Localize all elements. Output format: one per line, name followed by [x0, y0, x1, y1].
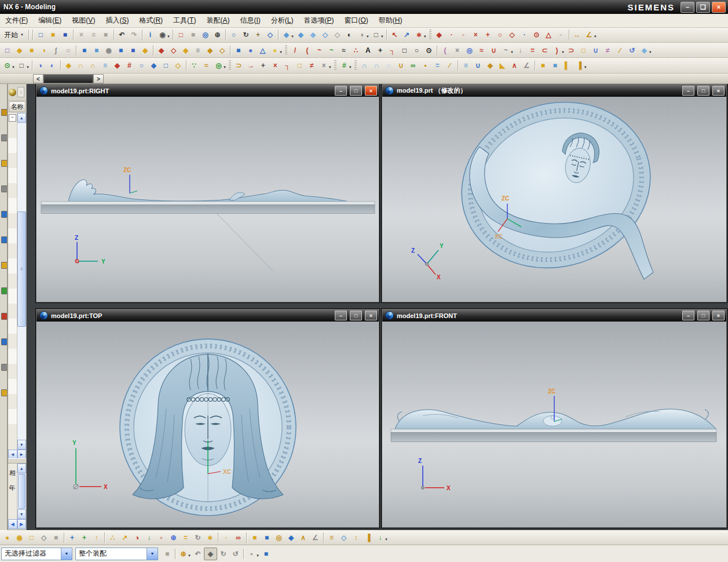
rotate-tool-icon[interactable]: ↻ — [217, 548, 229, 560]
selection-filter-dropdown[interactable]: 无选择过滤器 ▼ — [1, 548, 72, 560]
mini-scroll-down-button[interactable]: ▼ — [17, 509, 26, 519]
shaded-with-edges-icon[interactable]: ◆ — [307, 29, 319, 41]
transform-dropdown[interactable]: ▼ — [423, 35, 427, 38]
navigator-grip-handle[interactable]: ⁞ — [17, 87, 24, 97]
redo-icon[interactable]: ↷ — [128, 29, 140, 41]
navigator-name-column-header[interactable]: 名称 — [9, 101, 25, 112]
process-studio-tab[interactable] — [1, 287, 7, 294]
sphere-dropdown[interactable]: ▼ — [279, 50, 283, 54]
static-wireframe-icon[interactable]: ◇ — [331, 29, 343, 41]
x-form-dropdown[interactable]: ▼ — [349, 65, 352, 69]
text-curve-icon[interactable]: A — [362, 45, 374, 56]
menu-v[interactable]: 视图(V) — [67, 14, 100, 27]
assembly-constraints-icon[interactable]: = — [180, 532, 192, 543]
pocket-icon[interactable]: ■ — [115, 45, 127, 56]
interpart-expressions-icon[interactable]: ◆ — [285, 532, 297, 543]
bridge-curve-icon[interactable]: ∪ — [488, 45, 500, 56]
history-tab[interactable] — [1, 262, 7, 269]
zoom-region-icon[interactable]: ◎ — [199, 29, 211, 41]
variational-sweep-icon[interactable]: ∩ — [87, 60, 99, 71]
restore-button[interactable]: ❏ — [696, 2, 710, 13]
system-scenes-tab[interactable] — [1, 364, 7, 371]
save-file-icon[interactable]: ■ — [59, 29, 71, 41]
menu-e[interactable]: 编辑(E) — [33, 14, 67, 27]
hide-object-icon[interactable]: ■ — [187, 29, 199, 41]
menu-r[interactable]: 格式(R) — [134, 14, 168, 27]
fit-view-icon[interactable]: ○ — [228, 29, 240, 41]
assembly-cut-icon[interactable]: ∠ — [309, 532, 321, 543]
dock-scroll-right-button[interactable]: > — [93, 74, 104, 83]
orient-tool-icon[interactable]: ↺ — [229, 548, 242, 560]
viewport-maximize-button[interactable]: □ — [350, 311, 362, 320]
offset-emboss-icon[interactable]: ▌ — [561, 60, 573, 71]
sew-icon[interactable]: ∞ — [407, 60, 419, 71]
drag-component-icon[interactable]: ■ — [50, 532, 62, 543]
new-parent-icon[interactable]: ↑ — [90, 532, 103, 543]
enable-snap-point-icon[interactable]: ◆ — [433, 29, 445, 41]
edit-sheet-icon[interactable]: ∕ — [444, 60, 456, 71]
revolve-icon[interactable]: ◑ — [38, 45, 50, 56]
open-spine-icon[interactable]: ∪ — [472, 60, 484, 71]
viewport-minimize-button[interactable]: – — [682, 311, 694, 320]
suppress-component-icon[interactable]: ↓ — [143, 532, 155, 543]
offset-surface-icon[interactable]: ⊃ — [233, 60, 245, 71]
show-degrees-of-freedom-icon[interactable]: ↻ — [192, 532, 204, 543]
extension-surface-icon[interactable]: → — [245, 60, 257, 71]
offset-curve-in-face-icon[interactable]: ⊃ — [565, 45, 577, 56]
undo-selection-icon[interactable]: ↶ — [192, 548, 204, 560]
studio-render-icon[interactable]: ◐ — [343, 29, 356, 41]
sheet-from-point-cloud-icon[interactable]: ∵ — [188, 60, 200, 71]
soft-blend-icon[interactable]: ∩ — [383, 60, 395, 71]
intersection-curve-icon[interactable]: × — [451, 45, 463, 56]
through-curves-icon[interactable]: ◆ — [111, 60, 123, 71]
scroll-down-button[interactable]: ▼ — [17, 440, 26, 450]
mini-hscroll-right-button[interactable]: ► — [17, 519, 27, 529]
dock-scroll-left-button[interactable]: < — [33, 74, 43, 83]
manufacturing-wizards-tab[interactable] — [1, 313, 7, 320]
menu-o[interactable]: 窗口(O) — [339, 14, 373, 27]
ellipse-icon[interactable]: ⊙ — [423, 45, 435, 56]
offset-face-icon[interactable]: ◆ — [204, 45, 216, 56]
close-button[interactable]: × — [712, 2, 726, 13]
show-product-outline-icon[interactable]: ◇ — [38, 532, 50, 543]
relations-browser-icon[interactable]: ◎ — [273, 532, 285, 543]
law-extension-icon[interactable]: + — [257, 60, 269, 71]
style-sweep-icon[interactable]: ◆ — [484, 60, 496, 71]
dock-scroll-thumb[interactable] — [43, 74, 93, 83]
tree-expand-toggle[interactable]: − — [9, 114, 16, 122]
shaded-icon[interactable]: ◆ — [295, 29, 307, 41]
replace-component-icon[interactable]: ↗ — [119, 532, 131, 543]
more-curve-tools-dropdown[interactable]: ▼ — [649, 50, 652, 54]
shaded-analysis-icon[interactable]: ◑ — [34, 60, 46, 71]
arrangements-icon[interactable]: ◇ — [338, 532, 350, 543]
groove-icon[interactable]: ◆ — [139, 45, 151, 56]
face-blend-icon[interactable]: ∩ — [371, 60, 383, 71]
quilt-dropdown[interactable]: ▼ — [584, 65, 587, 69]
wave-pmi-linker-icon[interactable]: ■ — [261, 532, 273, 543]
viewport-iso-canvas[interactable]: ZC XC Z Y X — [382, 97, 726, 302]
edit-suppression-icon[interactable]: ▫ — [155, 532, 167, 543]
assembly-sequence-icon[interactable]: ≡ — [325, 532, 338, 543]
viewport-close-button[interactable]: × — [365, 311, 377, 320]
dependencies-label[interactable]: 相 — [9, 469, 16, 476]
snap-point-on-curve-icon[interactable]: ⊙ — [531, 29, 543, 41]
add-component-icon[interactable]: + — [66, 532, 78, 543]
thicken-icon[interactable]: ■ — [537, 60, 549, 71]
style-corner-icon[interactable]: ◣ — [496, 60, 508, 71]
snap-point-on-face-icon[interactable]: △ — [543, 29, 555, 41]
cut-icon[interactable]: × — [75, 29, 87, 41]
select-component-icon[interactable]: □ — [25, 532, 38, 543]
viewport-right-canvas[interactable]: ZC Z Y — [36, 97, 379, 302]
extrude-icon[interactable]: ■ — [25, 45, 38, 56]
edit-curve-icon[interactable]: ∕ — [614, 45, 626, 56]
mini-scroll-thumb[interactable] — [18, 474, 25, 509]
new-component-icon[interactable]: + — [78, 532, 90, 543]
intersect-icon[interactable]: ◆ — [180, 45, 192, 56]
section-view-dropdown[interactable]: ▼ — [366, 35, 370, 38]
polygon-icon[interactable]: ○ — [411, 45, 423, 56]
reflection-analysis-icon[interactable]: ∠ — [521, 60, 533, 71]
arc-icon[interactable]: ( — [301, 45, 313, 56]
bridge-surface-icon[interactable]: ∪ — [395, 60, 407, 71]
solid-body-filter-icon[interactable]: ■ — [260, 548, 272, 560]
hole-icon[interactable]: ◉ — [103, 45, 115, 56]
